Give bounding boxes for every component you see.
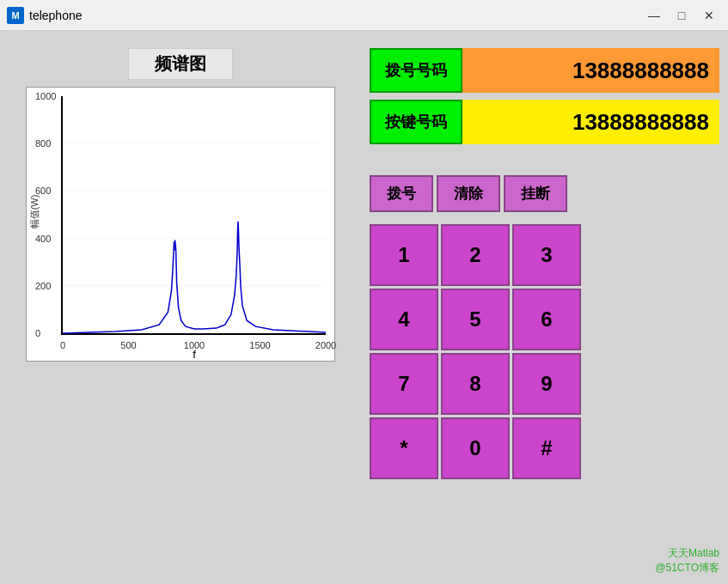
window-title: telephone [29,9,83,22]
chart-inner: 0 200 400 600 800 1000 0 500 1000 1500 2… [61,96,326,335]
x-tick-2000: 2000 [315,340,336,350]
clear-button[interactable]: 清除 [437,175,500,212]
main-content: 频谱图 0 200 400 600 800 1000 0 500 1000 15… [0,31,728,584]
maximize-button[interactable]: □ [670,5,694,26]
num-btn-0[interactable]: 0 [441,417,510,479]
num-btn-9[interactable]: 9 [512,353,581,415]
chart-wrapper: 0 200 400 600 800 1000 0 500 1000 1500 2… [26,87,335,362]
dial-label: 拨号号码 [370,48,462,93]
x-axis-label: f [193,348,196,361]
num-btn-8[interactable]: 8 [441,353,510,415]
num-btn-3[interactable]: 3 [512,224,581,286]
x-tick-500: 500 [120,340,136,350]
dial-display-row: 拨号号码 13888888888 [370,48,719,93]
num-btn-hash[interactable]: # [512,417,581,479]
dial-button[interactable]: 拨号 [370,175,433,212]
chart-title: 频谱图 [128,48,233,80]
x-tick-1500: 1500 [249,340,270,350]
watermark-line2: @51CTO博客 [655,561,719,575]
num-btn-5[interactable]: 5 [441,289,510,350]
title-controls: — □ ✕ [642,5,721,26]
num-btn-star[interactable]: * [370,417,438,479]
dial-value: 13888888888 [462,48,719,93]
title-left: M telephone [7,7,83,24]
y-axis-label-container: 幅值(W) [28,88,42,335]
y-axis-label: 幅值(W) [29,194,42,228]
minimize-button[interactable]: — [642,5,666,26]
hangup-button[interactable]: 挂断 [504,175,567,212]
num-btn-6[interactable]: 6 [512,289,581,350]
watermark: 天天Matlab @51CTO博客 [655,546,719,575]
num-btn-1[interactable]: 1 [370,224,438,286]
key-value: 13888888888 [462,100,719,144]
num-btn-2[interactable]: 2 [441,224,510,286]
key-display-row: 按键号码 13888888888 [370,100,719,144]
chart-svg [63,96,326,333]
spacer [370,151,719,168]
x-tick-0: 0 [60,340,65,350]
close-button[interactable]: ✕ [697,5,721,26]
num-btn-7[interactable]: 7 [370,353,438,415]
num-btn-4[interactable]: 4 [370,289,438,350]
watermark-line1: 天天Matlab [655,546,719,561]
chart-area: 频谱图 0 200 400 600 800 1000 0 500 1000 15… [9,40,352,575]
numpad: 1 2 3 4 5 6 7 8 9 * 0 # [370,224,719,479]
controls-area: 拨号号码 13888888888 按键号码 13888888888 拨号 清除 … [370,40,719,575]
action-buttons: 拨号 清除 挂断 [370,175,719,212]
chart-container: 0 200 400 600 800 1000 0 500 1000 1500 2… [26,87,335,362]
key-label: 按键号码 [370,100,462,144]
title-bar: M telephone — □ ✕ [0,0,728,31]
app-icon: M [7,7,24,24]
